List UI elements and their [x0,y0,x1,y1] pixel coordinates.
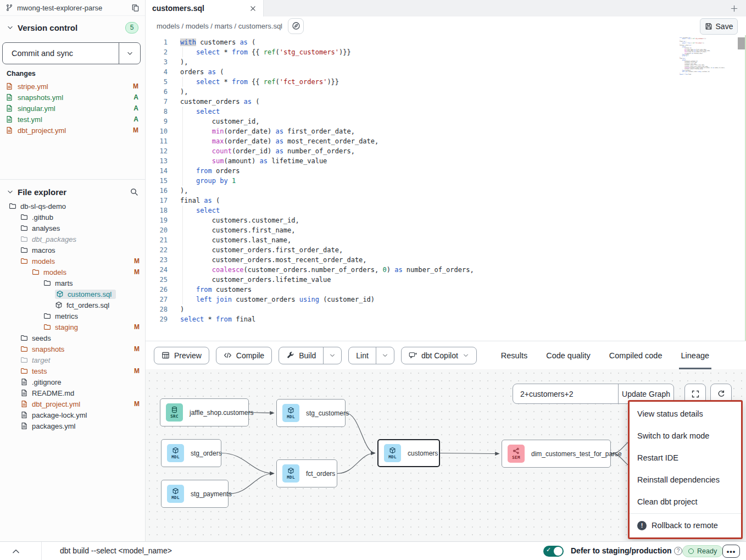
tree-item-tests[interactable]: testsM [0,365,145,376]
code-line[interactable]: 26 from customers [146,285,746,295]
code-line[interactable]: 22 customer_orders.first_order_date, [146,245,746,255]
close-tab-icon[interactable] [249,5,257,12]
lint-button[interactable]: Lint [348,347,394,364]
tab-compiled-code[interactable]: Compiled code [609,341,663,369]
lineage-node-customers[interactable]: MDLcustomers [377,439,440,467]
menu-item-restart-ide[interactable]: Restart IDE [630,447,741,469]
code-line[interactable]: 28) [146,304,746,314]
tree-item-fct-orders-sql[interactable]: fct_orders.sql [0,300,145,311]
code-line[interactable]: 2 select * from {{ ref('stg_customers')}… [146,47,746,57]
commit-and-sync-button[interactable]: Commit and sync [2,42,141,64]
search-icon[interactable] [130,187,138,196]
code-line[interactable]: 21 customers.last_name, [146,235,746,245]
menu-item-switch-to-dark-mode[interactable]: Switch to dark mode [630,425,741,447]
expand-command-bar-icon[interactable] [11,546,21,556]
save-button[interactable]: Save [700,18,738,35]
button-caret-segment[interactable] [323,347,341,364]
lineage-node-jaffle[interactable]: SRCjaffle_shop.customers [160,398,249,426]
tree-item-snapshots[interactable]: snapshotsM [0,343,145,354]
change-row[interactable]: stripe.ymlM [0,81,145,92]
lineage-selector-input[interactable] [513,384,618,403]
tree-item-dbt-packages[interactable]: dbt_packages [0,234,145,245]
tree-item-customers-sql[interactable]: customers.sql [0,289,145,300]
tree-item-db-sl-qs-demo[interactable]: db-sl-qs-demo [0,201,145,212]
button-label-segment[interactable]: Build [279,347,323,364]
compile-button[interactable]: Compile [216,347,272,364]
tab-customers-sql[interactable]: customers.sql [146,0,264,16]
menu-item-clean-dbt-project[interactable]: Clean dbt project [630,491,741,513]
code-line[interactable]: 7customer_orders as ( [146,97,746,107]
preview-button[interactable]: Preview [154,347,209,364]
tree-item-seeds[interactable]: seeds [0,332,145,343]
tree-item-models[interactable]: modelsM [0,256,145,267]
new-tab-button[interactable] [727,1,741,15]
code-line[interactable]: 1with customers as ( [146,37,746,47]
command-input[interactable]: dbt build --select <model_name> [60,546,172,555]
version-control-header[interactable]: Version control 5 [0,20,145,35]
code-line[interactable]: 11 max(order_date) as most_recent_order_… [146,136,746,146]
button-label-segment[interactable]: Lint [349,347,376,364]
lineage-node-stg_orders[interactable]: MDLstg_orders [161,439,221,467]
tree-item-dbt-project-yml[interactable]: dbt_project.ymlM [0,398,145,409]
button-label-segment[interactable]: Preview [154,347,209,364]
code-line[interactable]: 5 select * from {{ ref('fct_orders')}} [146,77,746,87]
tree-item--gitignore[interactable]: .gitignore [0,376,145,387]
tree-item-macros[interactable]: macros [0,245,145,256]
lineage-node-fct_orders[interactable]: MDLfct_orders [276,459,337,487]
scrollbar-thumb[interactable] [738,37,745,49]
code-line[interactable]: 17final as ( [146,196,746,206]
commit-options-caret[interactable] [119,43,140,64]
defer-toggle[interactable]: ✓ [543,546,564,557]
menu-item-reinstall-dependencies[interactable]: Reinstall dependencies [630,469,741,491]
code-line[interactable]: 27 left join customer_orders using (cust… [146,295,746,304]
code-line[interactable]: 16), [146,186,746,196]
lineage-node-dim[interactable]: SEMdim_customers_test_for_parse [502,440,611,468]
code-line[interactable]: 18 select [146,206,746,215]
tree-item-package-lock-yml[interactable]: package-lock.yml [0,409,145,420]
lineage-node-stg_customers[interactable]: MDLstg_customers [276,399,346,427]
button-caret-segment[interactable] [376,347,394,364]
minimap[interactable]: with customers as ( select * from {{ ref… [680,37,736,75]
code-line[interactable]: 13 sum(amount) as lifetime_value [146,156,746,166]
tree-item-models[interactable]: modelsM [0,267,145,278]
more-options-button[interactable]: ••• [722,545,740,558]
tab-results[interactable]: Results [501,341,527,369]
menu-item-view-status-details[interactable]: View status details [630,403,741,425]
code-line[interactable]: 4orders as ( [146,67,746,77]
lineage-node-stg_payments[interactable]: MDLstg_payments [161,480,229,508]
tree-item--github[interactable]: .github [0,212,145,223]
code-line[interactable]: 3), [146,57,746,67]
copy-branch-icon[interactable] [131,4,140,12]
tab-lineage[interactable]: Lineage [681,341,710,369]
change-row[interactable]: test.ymlA [0,114,145,125]
help-icon[interactable]: ? [674,547,682,555]
tree-item-staging[interactable]: stagingM [0,321,145,332]
tree-item-metrics[interactable]: metrics [0,311,145,321]
code-line[interactable]: 25 customer_orders.lifetime_value [146,275,746,285]
dbt-copilot-button[interactable]: dbt Copilot [401,347,477,364]
menu-item-rollback-to-remote[interactable]: !Rollback to remote [630,514,741,536]
code-line[interactable]: 6), [146,87,746,97]
tree-item-readme-md[interactable]: README.md [0,387,145,398]
code-line[interactable]: 29select * from final [146,314,746,324]
code-line[interactable]: 23 customer_orders.most_recent_order_dat… [146,255,746,265]
code-line[interactable]: 12 count(order_id) as number_of_orders, [146,146,746,156]
change-row[interactable]: singular.ymlA [0,103,145,114]
file-explorer-header[interactable]: File explorer [0,179,145,199]
tree-item-analyses[interactable]: analyses [0,223,145,234]
code-line[interactable]: 19 customers.customer_id, [146,215,746,225]
status-ready-pill[interactable]: Ready [682,545,723,557]
tree-item-target[interactable]: target [0,354,145,365]
code-line[interactable]: 8 select [146,107,746,117]
code-editor[interactable]: 1with customers as (2 select * from {{ r… [146,35,746,341]
lineage-compass-button[interactable] [288,18,304,34]
button-label-segment[interactable]: dbt Copilot [402,347,476,364]
code-line[interactable]: 10 min(order_date) as first_order_date, [146,126,746,136]
tree-item-marts[interactable]: marts [0,278,145,289]
tab-code-quality[interactable]: Code quality [546,341,591,369]
code-line[interactable]: 14 from orders [146,166,746,176]
build-button[interactable]: Build [279,347,342,364]
code-line[interactable]: 20 customers.first_name, [146,225,746,235]
lineage-canvas[interactable]: SRCjaffle_shop.customersMDLstg_customers… [146,369,746,541]
change-row[interactable]: snapshots.ymlA [0,92,145,103]
